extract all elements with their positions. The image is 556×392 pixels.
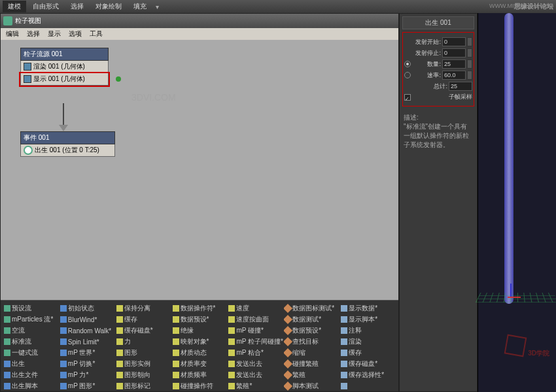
subframe-label: 子帧采样: [412, 93, 472, 101]
depot-item[interactable]: 图形朝向: [116, 370, 171, 380]
spinner[interactable]: [467, 48, 472, 57]
depot-item[interactable]: 力: [116, 336, 171, 347]
spinner[interactable]: [467, 59, 472, 69]
depot-item[interactable]: 渲染: [340, 336, 396, 347]
viewport-3d[interactable]: 3D学院: [478, 13, 556, 392]
depot-item[interactable]: 图形: [116, 348, 171, 358]
node-pfsource[interactable]: 粒子流源 001 渲染 001 (几何体) 显示 001 (几何体): [20, 48, 109, 86]
operator-birth[interactable]: 出生 001 (位置 0 T:25): [20, 144, 115, 157]
depot-item[interactable]: 映射对象*: [172, 336, 228, 347]
operator-label: mP 粒子间碰撞*: [236, 337, 283, 346]
depot-item[interactable]: 出生脚本: [3, 381, 59, 391]
depot-item[interactable]: 数据操作符*: [172, 303, 228, 314]
depot-item[interactable]: 缩缩: [284, 348, 339, 358]
depot-item[interactable]: 标准流: [3, 336, 59, 347]
emit-start-input[interactable]: [442, 37, 466, 46]
menu-display[interactable]: 显示: [44, 28, 65, 40]
depot-item[interactable]: 空流: [3, 325, 59, 336]
rollout-title[interactable]: 出生 001: [402, 16, 474, 29]
menubar: 编辑 选择 显示 选项 工具: [1, 28, 398, 40]
pflow-canvas[interactable]: 3DVI.COM 粒子流源 001 渲染 001 (几何体) 显示 001 (几…: [1, 40, 398, 300]
depot-item[interactable]: mP 图形*: [60, 381, 115, 391]
menu-edit[interactable]: 编辑: [2, 28, 23, 40]
radio-amount[interactable]: [404, 61, 411, 67]
tab-freeform[interactable]: 自由形式: [27, 1, 64, 12]
depot-item[interactable]: 数据预设*: [284, 325, 339, 336]
depot-item[interactable]: 查找目标: [284, 336, 339, 347]
depot-item[interactable]: 缓存: [340, 348, 396, 358]
depot-item[interactable]: 缓存磁盘*: [340, 359, 396, 369]
amount-input[interactable]: [442, 59, 466, 69]
depot-item[interactable]: mP 碰撞*: [228, 325, 283, 336]
depot-item[interactable]: 材质率变: [172, 359, 228, 369]
depot-item[interactable]: 出生文件: [3, 370, 59, 380]
depot-item[interactable]: mP 粘合*: [228, 348, 283, 358]
depot-item[interactable]: 缓存磁盘*: [116, 325, 171, 336]
depot-item[interactable]: 材质频率: [172, 370, 228, 380]
depot-item[interactable]: mP 粒子间碰撞*: [228, 336, 283, 347]
depot-item[interactable]: 发送出去: [228, 359, 283, 369]
operator-label: 标准流: [12, 337, 31, 346]
depot-item[interactable]: mP 世界*: [60, 348, 115, 358]
tab-select[interactable]: 选择: [65, 1, 89, 12]
depot-item[interactable]: 数据测试*: [284, 314, 339, 325]
depot-item[interactable]: mParticles 流*: [3, 314, 59, 325]
depot-item[interactable]: 数据图标测试*: [284, 303, 339, 314]
depot-item[interactable]: 出生: [3, 359, 59, 369]
operator-label: 碰撞繁殖: [292, 359, 319, 368]
dropdown-icon[interactable]: ▾: [156, 3, 159, 10]
depot-item[interactable]: 碰撞操作符: [172, 381, 228, 391]
operator-icon: [173, 316, 179, 323]
tab-modeling[interactable]: 建模: [3, 1, 26, 12]
radio-rate[interactable]: [404, 72, 411, 78]
node-event[interactable]: 事件 001 出生 001 (位置 0 T:25): [20, 131, 115, 157]
depot-item[interactable]: 速度: [228, 303, 283, 314]
depot-item[interactable]: 数据预设*: [172, 314, 228, 325]
subframe-checkbox[interactable]: [404, 94, 411, 101]
operator-label: 映射对象*: [181, 337, 209, 346]
depot-item[interactable]: 保持分离: [116, 303, 171, 314]
depot-item[interactable]: BlurWind*: [60, 314, 115, 325]
depot-item[interactable]: 注释: [340, 325, 396, 336]
depot-item[interactable]: 速度按曲面: [228, 314, 283, 325]
depot-item[interactable]: 绝缘: [172, 325, 228, 336]
menu-options[interactable]: 选项: [65, 28, 86, 40]
cylinder-object[interactable]: [504, 13, 513, 304]
depot-item[interactable]: 缓存选择性*: [340, 370, 396, 380]
depot-item[interactable]: 显示数据*: [340, 303, 396, 314]
depot-item[interactable]: 图形实例: [116, 359, 171, 369]
depot-item[interactable]: Spin Limit*: [60, 336, 115, 347]
depot-item[interactable]: mP 力*: [60, 370, 115, 380]
operator-display[interactable]: 显示 001 (几何体): [20, 73, 109, 86]
depot-item[interactable]: 碰撞繁殖: [284, 359, 339, 369]
operator-label: 发送出去: [236, 359, 262, 368]
event-header[interactable]: 事件 001: [20, 131, 115, 144]
depot-item[interactable]: 一键式流: [3, 348, 59, 358]
emit-stop-input[interactable]: [442, 48, 466, 57]
depot-item[interactable]: 脚本测试: [284, 381, 339, 391]
pfsource-header[interactable]: 粒子流源 001: [20, 48, 109, 61]
menu-select[interactable]: 选择: [23, 28, 44, 40]
transform-gizmo[interactable]: [501, 287, 521, 307]
tab-populate[interactable]: 填充: [128, 1, 152, 12]
depot-item[interactable]: mP 切换*: [60, 359, 115, 369]
depot-item[interactable]: 繁殖: [284, 370, 339, 380]
tab-objectpaint[interactable]: 对象绘制: [90, 1, 127, 12]
depot-item[interactable]: 初始状态: [60, 303, 115, 314]
output-dot[interactable]: [116, 76, 121, 82]
operator-render[interactable]: 渲染 001 (几何体): [20, 61, 109, 73]
depot-item[interactable]: 材质动态: [172, 348, 228, 358]
operator-label: 查找目标: [292, 337, 319, 346]
operator-icon: [60, 305, 67, 312]
operator-icon: [173, 350, 179, 356]
depot-item[interactable]: 预设流: [3, 303, 59, 314]
depot-item[interactable]: 缓存: [116, 314, 171, 325]
depot-item[interactable]: [340, 381, 396, 391]
spinner[interactable]: [467, 37, 472, 46]
menu-tools[interactable]: 工具: [86, 28, 107, 40]
depot-item[interactable]: Random Walk*: [60, 325, 115, 336]
depot-item[interactable]: 显示脚本*: [340, 314, 396, 325]
depot-item[interactable]: 图形标记: [116, 381, 171, 391]
depot-item[interactable]: 发送出去: [228, 370, 283, 380]
depot-item[interactable]: 繁殖*: [228, 381, 283, 391]
